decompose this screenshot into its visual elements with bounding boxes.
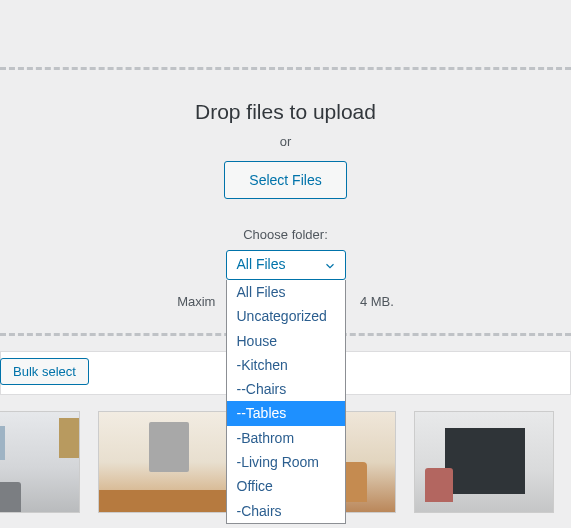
folder-option[interactable]: --Tables [227, 401, 345, 425]
folder-option[interactable]: -Living Room [227, 450, 345, 474]
bulk-select-button[interactable]: Bulk select [0, 358, 89, 385]
folder-dropdown[interactable]: All Files All FilesUncategorizedHouse-Ki… [226, 250, 346, 280]
folder-dropdown-selected[interactable]: All Files [226, 250, 346, 280]
folder-dropdown-list[interactable]: All FilesUncategorizedHouse-Kitchen--Cha… [226, 280, 346, 524]
chevron-down-icon [323, 259, 337, 273]
folder-option[interactable]: Office [227, 474, 345, 498]
folder-option[interactable]: House [227, 329, 345, 353]
upload-dropzone[interactable]: Drop files to upload or Select Files Cho… [0, 67, 571, 336]
folder-option[interactable]: Uncategorized [227, 304, 345, 328]
folder-option[interactable]: All Files [227, 280, 345, 304]
or-text: or [0, 134, 571, 149]
select-files-button[interactable]: Select Files [224, 161, 346, 199]
drop-title: Drop files to upload [0, 100, 571, 124]
choose-folder-label: Choose folder: [0, 227, 571, 242]
folder-selected-text: All Files [237, 256, 286, 272]
folder-option[interactable]: -Chairs [227, 499, 345, 523]
folder-option[interactable]: --Chairs [227, 377, 345, 401]
folder-option[interactable]: -Kitchen [227, 353, 345, 377]
media-thumb[interactable] [0, 411, 80, 513]
media-thumb[interactable] [98, 411, 238, 513]
media-thumb[interactable] [414, 411, 554, 513]
folder-option[interactable]: -Bathrom [227, 426, 345, 450]
